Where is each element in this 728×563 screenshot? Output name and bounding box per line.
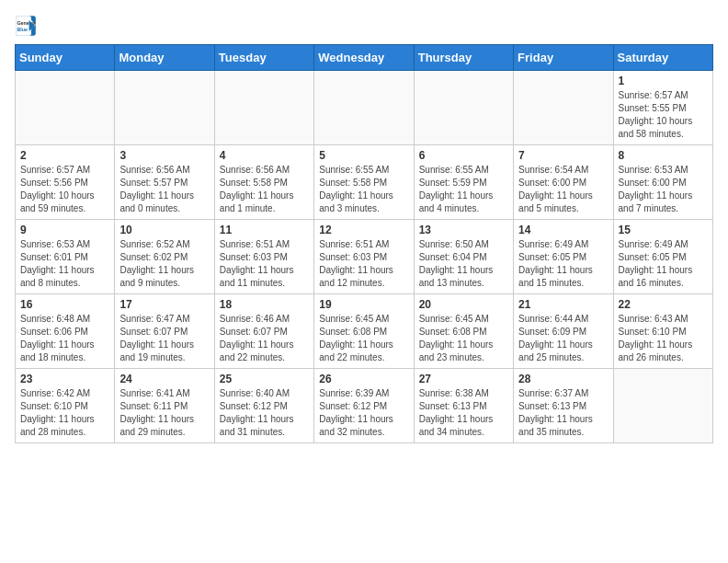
- calendar-cell: 17Sunrise: 6:47 AM Sunset: 6:07 PM Dayli…: [115, 294, 214, 369]
- calendar-cell: 20Sunrise: 6:45 AM Sunset: 6:08 PM Dayli…: [414, 294, 513, 369]
- day-info: Sunrise: 6:45 AM Sunset: 6:08 PM Dayligh…: [319, 313, 408, 364]
- day-info: Sunrise: 6:55 AM Sunset: 5:58 PM Dayligh…: [319, 164, 408, 215]
- day-number: 17: [119, 298, 209, 311]
- day-number: 4: [220, 149, 309, 162]
- calendar-cell: 4Sunrise: 6:56 AM Sunset: 5:58 PM Daylig…: [214, 145, 313, 220]
- calendar-cell: [414, 71, 513, 145]
- day-info: Sunrise: 6:48 AM Sunset: 6:06 PM Dayligh…: [20, 313, 109, 364]
- calendar-cell: 16Sunrise: 6:48 AM Sunset: 6:06 PM Dayli…: [16, 294, 115, 369]
- calendar-week-row: 9Sunrise: 6:53 AM Sunset: 6:01 PM Daylig…: [16, 220, 713, 294]
- day-info: Sunrise: 6:53 AM Sunset: 6:00 PM Dayligh…: [619, 164, 708, 215]
- calendar-week-row: 23Sunrise: 6:42 AM Sunset: 6:10 PM Dayli…: [16, 369, 713, 443]
- calendar-cell: 23Sunrise: 6:42 AM Sunset: 6:10 PM Dayli…: [16, 369, 115, 443]
- calendar-table: SundayMondayTuesdayWednesdayThursdayFrid…: [15, 44, 713, 443]
- day-info: Sunrise: 6:43 AM Sunset: 6:10 PM Dayligh…: [619, 313, 708, 364]
- calendar-cell: 9Sunrise: 6:53 AM Sunset: 6:01 PM Daylig…: [16, 220, 115, 294]
- day-number: 26: [319, 373, 408, 385]
- day-number: 19: [319, 298, 408, 311]
- day-info: Sunrise: 6:44 AM Sunset: 6:09 PM Dayligh…: [518, 313, 608, 364]
- day-info: Sunrise: 6:51 AM Sunset: 6:03 PM Dayligh…: [220, 238, 309, 290]
- calendar-cell: 27Sunrise: 6:38 AM Sunset: 6:13 PM Dayli…: [414, 369, 513, 443]
- day-info: Sunrise: 6:49 AM Sunset: 6:05 PM Dayligh…: [518, 238, 608, 290]
- logo: General Blue: [15, 15, 37, 37]
- day-number: 11: [220, 224, 309, 236]
- calendar-cell: 26Sunrise: 6:39 AM Sunset: 6:12 PM Dayli…: [314, 369, 414, 443]
- day-info: Sunrise: 6:55 AM Sunset: 5:59 PM Dayligh…: [419, 164, 508, 215]
- day-info: Sunrise: 6:40 AM Sunset: 6:12 PM Dayligh…: [220, 387, 309, 439]
- day-info: Sunrise: 6:37 AM Sunset: 6:13 PM Dayligh…: [518, 387, 608, 439]
- weekday-header: Sunday: [16, 45, 115, 71]
- day-info: Sunrise: 6:56 AM Sunset: 5:57 PM Dayligh…: [119, 164, 209, 215]
- day-number: 6: [419, 149, 508, 162]
- calendar-cell: 19Sunrise: 6:45 AM Sunset: 6:08 PM Dayli…: [314, 294, 414, 369]
- calendar-cell: 28Sunrise: 6:37 AM Sunset: 6:13 PM Dayli…: [514, 369, 613, 443]
- calendar-cell: 5Sunrise: 6:55 AM Sunset: 5:58 PM Daylig…: [314, 145, 414, 220]
- calendar-cell: 11Sunrise: 6:51 AM Sunset: 6:03 PM Dayli…: [214, 220, 313, 294]
- day-number: 7: [518, 149, 608, 162]
- calendar-cell: [214, 71, 313, 145]
- day-number: 16: [20, 298, 109, 311]
- day-info: Sunrise: 6:38 AM Sunset: 6:13 PM Dayligh…: [419, 387, 508, 439]
- day-number: 27: [419, 373, 508, 385]
- svg-rect-2: [16, 16, 31, 36]
- calendar-week-row: 1Sunrise: 6:57 AM Sunset: 5:55 PM Daylig…: [16, 71, 713, 145]
- calendar-cell: 6Sunrise: 6:55 AM Sunset: 5:59 PM Daylig…: [414, 145, 513, 220]
- weekday-header: Monday: [115, 45, 214, 71]
- calendar-cell: 15Sunrise: 6:49 AM Sunset: 6:05 PM Dayli…: [613, 220, 712, 294]
- calendar-cell: 18Sunrise: 6:46 AM Sunset: 6:07 PM Dayli…: [214, 294, 313, 369]
- weekday-header: Saturday: [613, 45, 712, 71]
- day-info: Sunrise: 6:39 AM Sunset: 6:12 PM Dayligh…: [319, 387, 408, 439]
- weekday-header: Friday: [514, 45, 613, 71]
- calendar-cell: 1Sunrise: 6:57 AM Sunset: 5:55 PM Daylig…: [613, 71, 712, 145]
- day-info: Sunrise: 6:56 AM Sunset: 5:58 PM Dayligh…: [220, 164, 309, 215]
- calendar-cell: 13Sunrise: 6:50 AM Sunset: 6:04 PM Dayli…: [414, 220, 513, 294]
- day-info: Sunrise: 6:42 AM Sunset: 6:10 PM Dayligh…: [20, 387, 109, 439]
- calendar-cell: [314, 71, 414, 145]
- calendar-cell: 14Sunrise: 6:49 AM Sunset: 6:05 PM Dayli…: [514, 220, 613, 294]
- day-number: 2: [20, 149, 109, 162]
- day-info: Sunrise: 6:49 AM Sunset: 6:05 PM Dayligh…: [619, 238, 708, 290]
- day-number: 23: [20, 373, 109, 385]
- day-number: 24: [119, 373, 209, 385]
- day-info: Sunrise: 6:50 AM Sunset: 6:04 PM Dayligh…: [419, 238, 508, 290]
- calendar-cell: 21Sunrise: 6:44 AM Sunset: 6:09 PM Dayli…: [514, 294, 613, 369]
- day-number: 12: [319, 224, 408, 236]
- day-info: Sunrise: 6:52 AM Sunset: 6:02 PM Dayligh…: [119, 238, 209, 290]
- day-number: 5: [319, 149, 408, 162]
- calendar-cell: 10Sunrise: 6:52 AM Sunset: 6:02 PM Dayli…: [115, 220, 214, 294]
- day-info: Sunrise: 6:54 AM Sunset: 6:00 PM Dayligh…: [518, 164, 608, 215]
- weekday-header: Tuesday: [214, 45, 313, 71]
- day-number: 20: [419, 298, 508, 311]
- day-number: 8: [619, 149, 708, 162]
- calendar-cell: 24Sunrise: 6:41 AM Sunset: 6:11 PM Dayli…: [115, 369, 214, 443]
- day-info: Sunrise: 6:47 AM Sunset: 6:07 PM Dayligh…: [119, 313, 209, 364]
- calendar-cell: 7Sunrise: 6:54 AM Sunset: 6:00 PM Daylig…: [514, 145, 613, 220]
- day-number: 22: [619, 298, 708, 311]
- day-info: Sunrise: 6:57 AM Sunset: 5:56 PM Dayligh…: [20, 164, 109, 215]
- day-number: 25: [220, 373, 309, 385]
- calendar-cell: 22Sunrise: 6:43 AM Sunset: 6:10 PM Dayli…: [613, 294, 712, 369]
- day-number: 21: [518, 298, 608, 311]
- weekday-header: Wednesday: [314, 45, 414, 71]
- page-header: General Blue: [15, 15, 713, 37]
- day-number: 9: [20, 224, 109, 236]
- day-number: 10: [119, 224, 209, 236]
- day-number: 1: [619, 75, 708, 87]
- calendar-week-row: 16Sunrise: 6:48 AM Sunset: 6:06 PM Dayli…: [16, 294, 713, 369]
- svg-text:Blue: Blue: [17, 27, 28, 32]
- day-info: Sunrise: 6:53 AM Sunset: 6:01 PM Dayligh…: [20, 238, 109, 290]
- day-number: 28: [518, 373, 608, 385]
- day-number: 14: [518, 224, 608, 236]
- calendar-cell: 3Sunrise: 6:56 AM Sunset: 5:57 PM Daylig…: [115, 145, 214, 220]
- weekday-header: Thursday: [414, 45, 513, 71]
- day-info: Sunrise: 6:51 AM Sunset: 6:03 PM Dayligh…: [319, 238, 408, 290]
- day-number: 18: [220, 298, 309, 311]
- calendar-cell: [613, 369, 712, 443]
- weekday-header-row: SundayMondayTuesdayWednesdayThursdayFrid…: [16, 45, 713, 71]
- day-info: Sunrise: 6:57 AM Sunset: 5:55 PM Dayligh…: [619, 89, 708, 141]
- calendar-cell: 25Sunrise: 6:40 AM Sunset: 6:12 PM Dayli…: [214, 369, 313, 443]
- calendar-cell: [16, 71, 115, 145]
- calendar-cell: 8Sunrise: 6:53 AM Sunset: 6:00 PM Daylig…: [613, 145, 712, 220]
- day-info: Sunrise: 6:45 AM Sunset: 6:08 PM Dayligh…: [419, 313, 508, 364]
- day-number: 15: [619, 224, 708, 236]
